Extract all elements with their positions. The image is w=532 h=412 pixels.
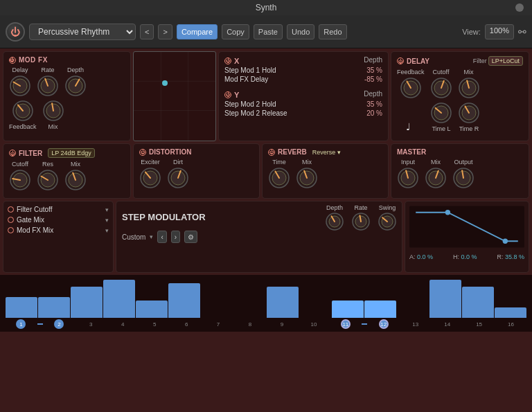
step-circle-11[interactable]: 11 (341, 319, 351, 329)
step-col-3[interactable] (71, 280, 103, 318)
nav-back-button[interactable]: < (140, 24, 154, 39)
filter-power[interactable]: ⏻ (9, 150, 16, 156)
delay-power[interactable]: ⏻ (397, 57, 404, 64)
y-power[interactable]: ⏻ (224, 91, 231, 98)
modfx-power[interactable]: ⏻ (9, 57, 16, 64)
close-button[interactable] (515, 3, 524, 12)
step-circle-12[interactable]: 12 (379, 319, 389, 329)
target-modfx-mix[interactable]: Mod FX Mix ▾ (8, 225, 109, 235)
step-bar-2[interactable] (38, 297, 70, 318)
step-col-16[interactable] (495, 280, 526, 318)
reverb-time-knob[interactable] (268, 167, 290, 189)
reverb-type-badge[interactable]: Reverse ▾ (312, 149, 341, 156)
step-circle-2[interactable]: 2 (54, 319, 64, 329)
paste-button[interactable]: Paste (254, 24, 283, 39)
step-bar-12[interactable] (364, 301, 396, 318)
step-col-14[interactable] (429, 280, 461, 318)
modfx-mix-knob[interactable] (42, 100, 64, 122)
delay-cutoff-knob[interactable] (430, 77, 452, 99)
target-filter-cutoff-power[interactable] (8, 206, 14, 213)
view-label: View: (462, 28, 481, 36)
step-rate-knob[interactable] (352, 213, 370, 231)
target-modfx-mix-power[interactable] (8, 227, 14, 233)
delay-feedback-knob[interactable] (400, 77, 422, 99)
delay-timer-knob[interactable] (458, 102, 480, 124)
step-col-10[interactable] (299, 280, 331, 318)
step-col-12[interactable] (364, 280, 396, 318)
step-bar-1[interactable] (6, 297, 37, 318)
step-mod-preset-label[interactable]: Custom (122, 233, 145, 241)
xy-dot[interactable] (162, 80, 168, 86)
env-a-label: A: 0.0 % (409, 253, 433, 260)
master-mix-knob[interactable] (425, 167, 447, 189)
x-power[interactable]: ⏻ (224, 57, 231, 64)
envelope-display[interactable] (409, 204, 524, 249)
modfx-depth-knob[interactable] (64, 75, 87, 97)
modfx-rate-knob[interactable] (37, 75, 59, 97)
modfx-feedback-knob[interactable] (12, 100, 34, 122)
step-number-10: 10 (310, 321, 317, 328)
step-col-6[interactable] (168, 280, 200, 318)
step-swing-knob[interactable] (378, 213, 396, 231)
step-col-9[interactable] (267, 280, 299, 318)
step-bar-14[interactable] (429, 280, 461, 318)
undo-button[interactable]: Undo (287, 24, 314, 39)
master-input-knob[interactable] (397, 167, 419, 189)
distortion-exciter-knob[interactable] (139, 167, 161, 189)
target-gate-mix[interactable]: Gate Mix ▾ (8, 215, 109, 225)
step-circle-1[interactable]: 1 (16, 319, 26, 329)
compare-button[interactable]: Compare (177, 24, 218, 39)
target-filter-cutoff[interactable]: Filter Cutoff ▾ (8, 204, 109, 215)
step-nav-back[interactable]: ‹ (157, 231, 166, 243)
copy-button[interactable]: Copy (222, 24, 249, 39)
step-col-2[interactable] (38, 280, 70, 318)
step-bar-3[interactable] (71, 287, 103, 318)
filter-cutoff-knob[interactable] (9, 169, 31, 191)
step-col-8[interactable] (233, 280, 265, 318)
step-bar-5[interactable] (136, 301, 168, 318)
step-bar-4[interactable] (103, 280, 135, 318)
step-bar-9[interactable] (267, 287, 299, 318)
preset-select[interactable]: Percussive Rhythm (29, 24, 136, 40)
step-num-col-4: 4 (107, 321, 139, 328)
master-output-knob[interactable] (452, 167, 475, 189)
delay-mix-knob[interactable] (458, 77, 480, 99)
redo-button[interactable]: Redo (319, 24, 346, 39)
step-col-11[interactable] (332, 280, 364, 318)
link-icon[interactable]: ⚯ (518, 26, 526, 37)
delay-timel-knob[interactable] (430, 102, 452, 124)
reverb-power[interactable]: ⏻ (268, 149, 275, 156)
filter-mix-knob[interactable] (64, 169, 87, 191)
nav-forward-button[interactable]: > (158, 24, 172, 39)
modfx-delay-knob[interactable] (9, 75, 31, 97)
filter-res-group: Res (37, 161, 59, 191)
modfx-depth-label: Depth (67, 66, 84, 73)
step-number-9: 9 (281, 321, 283, 328)
step-nav-forward[interactable]: › (171, 231, 180, 243)
stepmod-y-row1-val: 35 % (358, 100, 382, 108)
filter-type-badge[interactable]: LP 24dB Edgy (48, 148, 94, 158)
step-bar-6[interactable] (168, 283, 200, 318)
step-col-1[interactable] (6, 280, 37, 318)
step-mod-knobs: Depth Rate (326, 204, 396, 231)
step-bar-11[interactable] (332, 301, 364, 318)
distortion-power[interactable]: ⏻ (139, 149, 146, 156)
step-bar-container-1 (6, 280, 37, 318)
power-button[interactable]: ⏻ (6, 22, 25, 42)
step-col-15[interactable] (462, 280, 494, 318)
distortion-dirt-knob[interactable] (167, 167, 189, 189)
step-bar-16[interactable] (495, 307, 526, 318)
step-col-13[interactable] (397, 280, 429, 318)
target-gate-mix-power[interactable] (8, 217, 14, 223)
delay-filter-type[interactable]: LP+LoCut (488, 56, 523, 66)
step-settings-button[interactable]: ⚙ (184, 231, 197, 243)
reverb-mix-knob[interactable] (296, 167, 318, 189)
step-bar-15[interactable] (462, 287, 494, 318)
view-percent[interactable]: 100% (485, 24, 514, 39)
step-depth-knob[interactable] (326, 213, 344, 231)
step-col-7[interactable] (201, 280, 233, 318)
xy-pad[interactable] (133, 51, 216, 141)
step-col-4[interactable] (103, 280, 135, 318)
filter-res-knob[interactable] (37, 169, 59, 191)
step-col-5[interactable] (136, 280, 168, 318)
